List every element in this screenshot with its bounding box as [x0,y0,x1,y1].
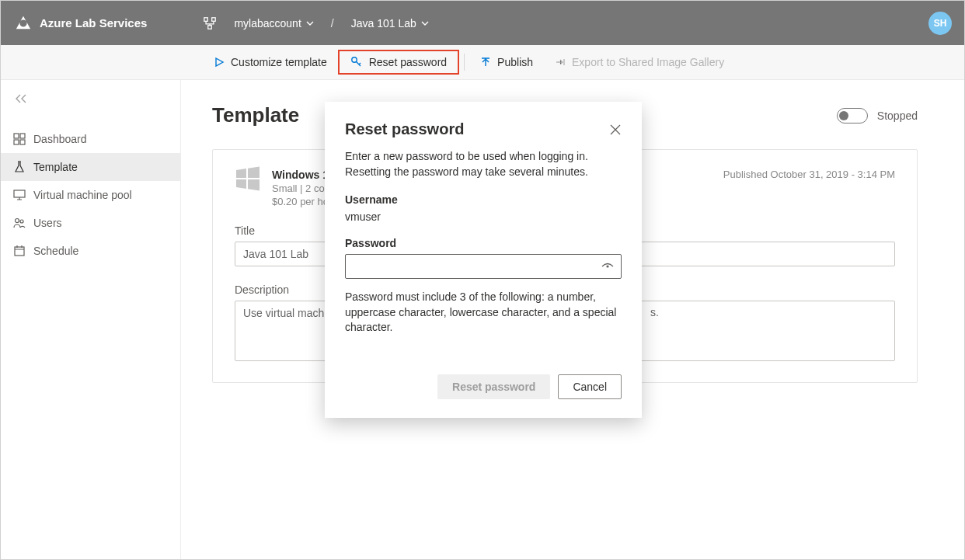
azure-labs-icon [13,15,33,32]
sidebar-item-label: Dashboard [33,133,87,145]
svg-rect-0 [204,17,208,21]
sidebar-item-label: Users [33,217,62,229]
sidebar-item-label: Schedule [33,245,78,257]
password-label: Password [345,237,622,249]
sidebar-item-schedule[interactable]: Schedule [1,237,180,265]
svg-point-3 [352,57,357,62]
modal-submit-button: Reset password [437,374,550,399]
sidebar: Dashboard Template Virtual machine pool … [1,80,181,559]
breadcrumb-lab-label: Java 101 Lab [351,17,416,30]
close-icon[interactable] [609,123,622,136]
sidebar-item-label: Template [33,161,78,173]
svg-rect-6 [14,140,19,144]
calendar-icon [13,245,26,257]
password-hint: Password must include 3 of the following… [345,290,622,336]
dashboard-icon [13,133,26,145]
published-info: Published October 31, 2019 - 3:14 PM [723,169,895,180]
vm-status: Stopped [837,108,918,123]
svg-point-9 [16,219,19,223]
users-icon [13,217,26,229]
key-icon [350,56,363,68]
username-label: Username [345,193,622,206]
publish-label: Publish [497,56,533,68]
svg-point-10 [20,220,23,223]
vm-power-toggle[interactable] [837,108,868,123]
svg-rect-4 [14,134,19,138]
sidebar-item-vmpool[interactable]: Virtual machine pool [1,181,180,209]
password-input[interactable] [345,254,622,279]
breadcrumb-account-label: mylabaccount [234,17,301,30]
play-icon [214,57,225,68]
windows-icon [235,165,261,197]
username-value: vmuser [345,210,622,223]
reset-label: Reset password [369,56,447,68]
brand: Azure Lab Services [13,15,147,32]
svg-point-12 [607,266,608,267]
sidebar-item-users[interactable]: Users [1,209,180,237]
modal-title: Reset password [345,120,464,138]
page-title: Template [212,103,299,127]
upload-icon [480,57,491,68]
avatar[interactable]: SH [928,12,952,35]
network-icon [203,16,217,30]
export-button: Export to Shared Image Gallery [544,50,735,75]
flask-icon [13,161,26,173]
customize-label: Customize template [231,56,327,68]
svg-rect-7 [20,140,25,144]
svg-rect-5 [20,134,25,138]
sidebar-item-label: Virtual machine pool [33,189,132,201]
toolbar-divider [464,54,465,71]
svg-rect-11 [15,247,24,256]
breadcrumb-account[interactable]: mylabaccount [229,14,318,33]
chevron-double-left-icon [13,93,29,104]
reset-password-button[interactable]: Reset password [338,50,459,75]
vm-status-label: Stopped [877,110,918,122]
reset-password-modal: Reset password Enter a new password to b… [325,102,642,418]
reveal-password-icon[interactable] [601,262,614,271]
breadcrumb-lab[interactable]: Java 101 Lab [347,14,434,33]
svg-rect-8 [14,190,25,197]
customize-template-button[interactable]: Customize template [203,50,338,75]
export-icon [555,57,566,68]
sidebar-item-template[interactable]: Template [1,153,180,181]
breadcrumb-separator: / [331,17,334,30]
modal-intro: Enter a new password to be used when log… [345,149,622,179]
monitor-icon [13,189,26,201]
description-suffix: s. [650,306,659,318]
chevron-down-icon [421,19,429,27]
modal-cancel-button[interactable]: Cancel [558,374,622,399]
sidebar-collapse-button[interactable] [1,88,180,110]
svg-rect-2 [208,25,212,29]
svg-rect-1 [212,17,216,21]
publish-button[interactable]: Publish [469,50,544,75]
sidebar-item-dashboard[interactable]: Dashboard [1,125,180,153]
action-toolbar: Customize template Reset password Publis… [1,45,964,80]
chevron-down-icon [306,19,314,27]
export-label: Export to Shared Image Gallery [572,56,724,68]
brand-name: Azure Lab Services [40,16,147,30]
topbar: Azure Lab Services mylabaccount / Java 1… [1,1,964,45]
